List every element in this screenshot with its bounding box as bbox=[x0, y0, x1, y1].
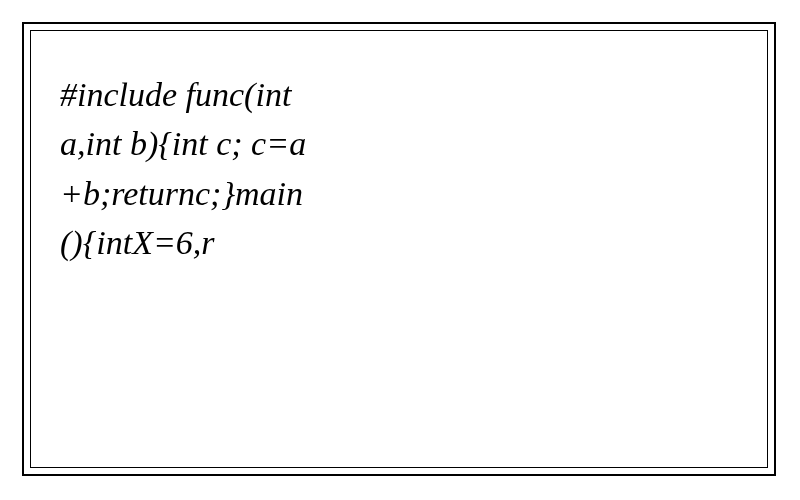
canvas: #include func(int a,int b){int c; c=a+b;… bbox=[0, 0, 800, 500]
code-snippet-text: #include func(int a,int b){int c; c=a+b;… bbox=[60, 70, 310, 267]
